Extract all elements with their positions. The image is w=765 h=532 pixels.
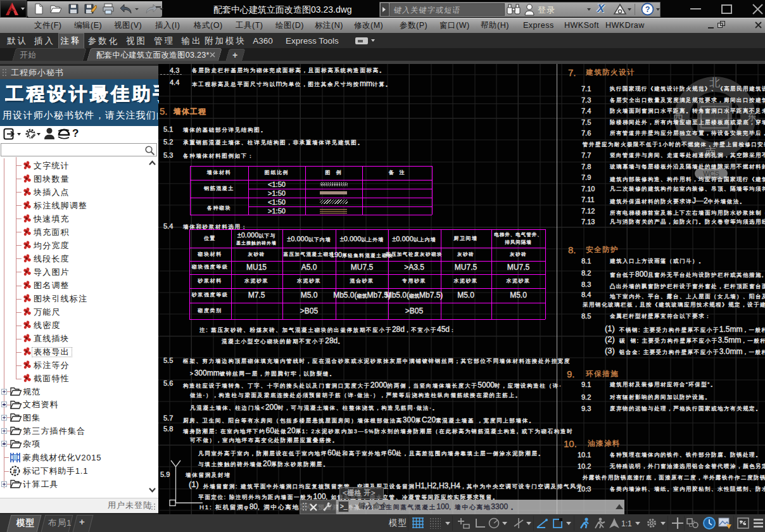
svg-text:?: ?: [645, 5, 650, 14]
svg-text:#: #: [13, 467, 17, 475]
